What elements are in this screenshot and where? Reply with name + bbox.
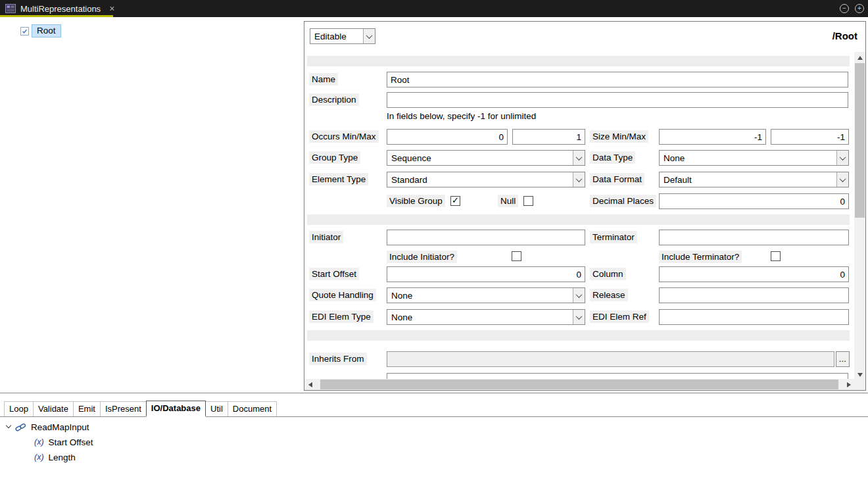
size-min-input[interactable] bbox=[659, 129, 766, 145]
app-icon bbox=[5, 4, 16, 13]
tree-item-start-offset[interactable]: (x) Start Offset bbox=[34, 435, 93, 449]
include-terminator-checkbox[interactable] bbox=[771, 251, 781, 261]
data-format-label: Data Format bbox=[590, 173, 644, 185]
element-type-value: Standard bbox=[387, 172, 573, 187]
element-type-label: Element Type bbox=[309, 173, 368, 185]
partial-next-input[interactable] bbox=[387, 373, 848, 379]
release-label: Release bbox=[590, 289, 628, 301]
name-input[interactable] bbox=[387, 72, 848, 87]
release-input[interactable] bbox=[659, 287, 849, 303]
tab-io-database[interactable]: IO/Database bbox=[146, 401, 206, 417]
data-format-value: Default bbox=[660, 172, 836, 187]
tab-document[interactable]: Document bbox=[228, 401, 277, 416]
tab-emit[interactable]: Emit bbox=[73, 401, 101, 416]
circle-plus-icon[interactable]: + bbox=[855, 4, 864, 13]
edi-elem-ref-label: EDI Elem Ref bbox=[590, 310, 649, 323]
inherits-from-input bbox=[387, 351, 834, 367]
titlebar: MultiRepresentations × − + bbox=[0, 0, 868, 17]
breadcrumb-path: /Root bbox=[832, 30, 857, 41]
visible-group-checkbox[interactable]: ✓ bbox=[450, 196, 460, 206]
tree-item-root[interactable]: Root bbox=[20, 24, 61, 37]
null-label: Null bbox=[498, 195, 518, 207]
edi-elem-ref-input[interactable] bbox=[659, 309, 849, 325]
chevron-down-icon[interactable] bbox=[573, 151, 585, 165]
chevron-down-icon[interactable] bbox=[573, 172, 585, 187]
data-type-label: Data Type bbox=[590, 151, 635, 164]
inherits-from-browse-button[interactable]: ... bbox=[836, 351, 850, 367]
horizontal-scrollbar[interactable] bbox=[304, 379, 854, 390]
minus-glyph: − bbox=[842, 5, 846, 12]
vertical-scrollbar[interactable] bbox=[854, 52, 865, 380]
occurs-max-input[interactable] bbox=[512, 129, 585, 145]
include-initiator-checkbox[interactable] bbox=[512, 251, 521, 261]
include-initiator-label: Include Initiator? bbox=[387, 251, 457, 263]
vertical-scrollbar-thumb[interactable] bbox=[855, 63, 865, 218]
rules-panel: Loop Validate Emit IsPresent IO/Database… bbox=[0, 393, 868, 492]
description-input[interactable] bbox=[387, 92, 848, 108]
schema-tree-panel: Root bbox=[0, 17, 303, 393]
tab-validate[interactable]: Validate bbox=[33, 401, 74, 416]
horizontal-scrollbar-thumb[interactable] bbox=[320, 380, 838, 389]
description-label: Description bbox=[309, 93, 359, 106]
tab-ispresent[interactable]: IsPresent bbox=[100, 401, 147, 416]
chevron-down-icon[interactable] bbox=[363, 29, 375, 43]
section-divider bbox=[307, 56, 850, 66]
window-controls: − + bbox=[840, 4, 864, 13]
column-input[interactable] bbox=[659, 266, 849, 282]
quote-handling-label: Quote Handling bbox=[309, 289, 376, 301]
main-area: Root Editable /Root Name Description In … bbox=[0, 17, 868, 393]
tree-item-length-label: Length bbox=[49, 453, 76, 462]
edi-elem-type-select[interactable]: None bbox=[387, 309, 585, 325]
tab-util[interactable]: Util bbox=[205, 401, 228, 416]
tree-item-readmapinput[interactable]: ReadMapInput bbox=[7, 420, 89, 433]
chevron-down-icon[interactable] bbox=[573, 310, 585, 324]
occurs-min-input[interactable] bbox=[387, 129, 508, 145]
chevron-down-icon[interactable] bbox=[836, 151, 848, 165]
start-offset-label: Start Offset bbox=[309, 268, 359, 280]
circle-minus-icon[interactable]: − bbox=[840, 4, 849, 13]
chevron-down-icon[interactable] bbox=[836, 172, 848, 187]
terminator-input[interactable] bbox=[659, 230, 849, 245]
size-max-input[interactable] bbox=[771, 129, 849, 145]
data-type-value: None bbox=[660, 151, 836, 165]
decimal-places-label: Decimal Places bbox=[590, 195, 656, 207]
link-icon bbox=[15, 422, 26, 432]
tree-item-length[interactable]: (x) Length bbox=[34, 451, 76, 464]
tree-item-start-offset-label: Start Offset bbox=[49, 437, 93, 447]
mode-select[interactable]: Editable bbox=[310, 28, 375, 44]
plus-glyph: + bbox=[857, 5, 861, 12]
chevron-down-icon[interactable] bbox=[573, 288, 585, 303]
chevron-expanded-icon[interactable] bbox=[6, 423, 11, 428]
visible-group-label: Visible Group bbox=[387, 195, 445, 207]
scrollbar-corner bbox=[854, 379, 865, 390]
quote-handling-value: None bbox=[387, 288, 573, 303]
group-type-value: Sequence bbox=[387, 151, 573, 165]
column-label: Column bbox=[590, 268, 626, 280]
edi-elem-type-label: EDI Elem Type bbox=[309, 310, 374, 323]
root-node-icon bbox=[20, 26, 30, 36]
scroll-up-icon[interactable] bbox=[854, 52, 865, 63]
initiator-input[interactable] bbox=[387, 230, 585, 245]
decimal-places-input[interactable] bbox=[659, 193, 849, 209]
scroll-right-icon[interactable] bbox=[843, 379, 854, 390]
name-label: Name bbox=[309, 73, 338, 86]
variable-icon: (x) bbox=[34, 453, 44, 462]
start-offset-input[interactable] bbox=[387, 266, 585, 282]
tree-item-readmapinput-label: ReadMapInput bbox=[31, 422, 89, 432]
data-format-select[interactable]: Default bbox=[659, 172, 849, 187]
size-minmax-label: Size Min/Max bbox=[590, 130, 648, 143]
mode-select-value: Editable bbox=[310, 29, 363, 43]
element-type-select[interactable]: Standard bbox=[387, 172, 585, 187]
group-type-select[interactable]: Sequence bbox=[387, 150, 585, 166]
tab-loop[interactable]: Loop bbox=[4, 401, 34, 416]
inherits-from-label: Inherits From bbox=[309, 353, 367, 365]
scroll-left-icon[interactable] bbox=[304, 379, 316, 390]
rules-tabstrip: Loop Validate Emit IsPresent IO/Database… bbox=[0, 401, 868, 417]
checkmark-icon: ✓ bbox=[452, 196, 459, 205]
unlimited-hint: In fields below, specify -1 for unlimite… bbox=[387, 111, 536, 121]
data-type-select[interactable]: None bbox=[659, 150, 849, 166]
quote-handling-select[interactable]: None bbox=[387, 287, 585, 303]
tab-close-icon[interactable]: × bbox=[109, 3, 114, 14]
null-checkbox[interactable] bbox=[523, 196, 533, 206]
properties-editor-panel: Editable /Root Name Description In field… bbox=[304, 21, 866, 391]
